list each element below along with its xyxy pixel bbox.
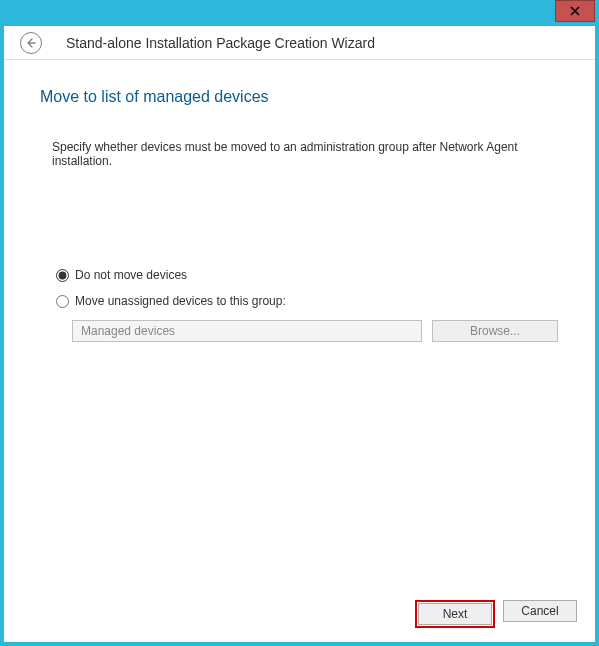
radio-move-to-group[interactable]: Move unassigned devices to this group:: [56, 294, 559, 308]
group-row: Browse...: [72, 320, 559, 342]
group-input[interactable]: [72, 320, 422, 342]
radio-dont-move-label: Do not move devices: [75, 268, 187, 282]
close-icon: [570, 2, 580, 20]
radio-dont-move[interactable]: Do not move devices: [56, 268, 559, 282]
page-description: Specify whether devices must be moved to…: [52, 140, 559, 168]
close-button[interactable]: [555, 0, 595, 22]
browse-button[interactable]: Browse...: [432, 320, 558, 342]
header-strip: Stand-alone Installation Package Creatio…: [4, 26, 595, 60]
arrow-left-icon: [26, 34, 36, 52]
back-button[interactable]: [20, 32, 42, 54]
next-button[interactable]: Next: [418, 603, 492, 625]
radio-move-to-group-label: Move unassigned devices to this group:: [75, 294, 286, 308]
page-heading: Move to list of managed devices: [40, 88, 559, 106]
wizard-window: Stand-alone Installation Package Creatio…: [0, 0, 599, 646]
radio-group: Do not move devices Move unassigned devi…: [56, 268, 559, 342]
content-area: Move to list of managed devices Specify …: [4, 60, 595, 642]
footer-buttons: Next Cancel: [415, 600, 577, 628]
next-highlight: Next: [415, 600, 495, 628]
radio-move-to-group-input[interactable]: [56, 295, 69, 308]
window-title: Stand-alone Installation Package Creatio…: [66, 35, 375, 51]
title-bar: [0, 0, 599, 26]
radio-dont-move-input[interactable]: [56, 269, 69, 282]
cancel-button[interactable]: Cancel: [503, 600, 577, 622]
